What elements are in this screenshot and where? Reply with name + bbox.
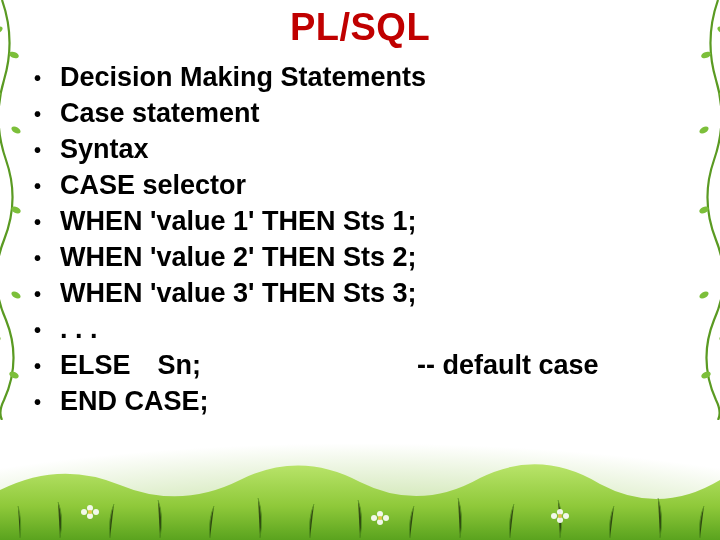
bullet-icon: • <box>28 312 60 348</box>
slide-title: PL/SQL <box>0 6 720 49</box>
slide: PL/SQL • Decision Making Statements • Ca… <box>0 0 720 540</box>
bullet-text: END CASE; <box>60 384 688 420</box>
list-item: • WHEN 'value 3' THEN Sts 3; <box>28 276 688 312</box>
svg-point-8 <box>0 335 2 345</box>
svg-point-25 <box>377 519 383 525</box>
svg-point-21 <box>93 509 99 515</box>
svg-point-19 <box>700 370 712 380</box>
svg-point-22 <box>81 509 87 515</box>
bullet-text: WHEN 'value 1' THEN Sts 1; <box>60 204 688 240</box>
list-item: • WHEN 'value 1' THEN Sts 1; <box>28 204 688 240</box>
svg-point-15 <box>698 205 710 215</box>
bullet-text: CASE selector <box>60 168 688 204</box>
bullet-text: Decision Making Statements <box>60 60 688 96</box>
svg-point-5 <box>10 205 22 215</box>
bullet-text: ELSE Sn; -- default case <box>60 348 688 384</box>
list-item: • ELSE Sn; -- default case <box>28 348 688 384</box>
bullet-text: Case statement <box>60 96 688 132</box>
svg-point-31 <box>563 513 569 519</box>
list-item: • CASE selector <box>28 168 688 204</box>
svg-point-34 <box>558 514 562 518</box>
svg-point-26 <box>383 515 389 521</box>
svg-point-11 <box>700 50 711 59</box>
bullet-icon: • <box>28 204 60 240</box>
list-item: • Decision Making Statements <box>28 60 688 96</box>
bullet-text: Syntax <box>60 132 688 168</box>
svg-point-7 <box>10 290 22 300</box>
svg-point-1 <box>8 50 19 59</box>
bullet-text: . . . <box>60 312 688 348</box>
bullet-icon: • <box>28 60 60 96</box>
list-item: • END CASE; <box>28 384 688 420</box>
svg-point-32 <box>551 513 557 519</box>
list-item: • . . . <box>28 312 688 348</box>
svg-point-27 <box>371 515 377 521</box>
svg-point-33 <box>557 509 563 515</box>
svg-point-29 <box>378 516 382 520</box>
list-item: • Case statement <box>28 96 688 132</box>
bullet-list: • Decision Making Statements • Case stat… <box>28 60 688 420</box>
bullet-icon: • <box>28 132 60 168</box>
svg-point-2 <box>0 90 2 100</box>
bullet-icon: • <box>28 168 60 204</box>
list-item: • WHEN 'value 2' THEN Sts 2; <box>28 240 688 276</box>
bullet-text: WHEN 'value 3' THEN Sts 3; <box>60 276 688 312</box>
svg-point-4 <box>0 170 1 181</box>
svg-point-17 <box>698 290 710 300</box>
svg-point-3 <box>10 125 22 135</box>
svg-point-23 <box>87 505 93 511</box>
bullet-icon: • <box>28 240 60 276</box>
vine-left-decoration <box>0 0 30 420</box>
list-item: • Syntax <box>28 132 688 168</box>
bullet-icon: • <box>28 384 60 420</box>
svg-point-24 <box>88 510 92 514</box>
vine-right-decoration <box>690 0 720 420</box>
svg-point-30 <box>557 517 563 523</box>
bullet-icon: • <box>28 276 60 312</box>
grass-decoration <box>0 420 720 540</box>
svg-point-13 <box>698 125 710 135</box>
bullet-text: WHEN 'value 2' THEN Sts 2; <box>60 240 688 276</box>
svg-point-9 <box>8 370 20 380</box>
svg-point-20 <box>87 513 93 519</box>
bullet-icon: • <box>28 348 60 384</box>
bullet-icon: • <box>28 96 60 132</box>
svg-point-28 <box>377 511 383 517</box>
